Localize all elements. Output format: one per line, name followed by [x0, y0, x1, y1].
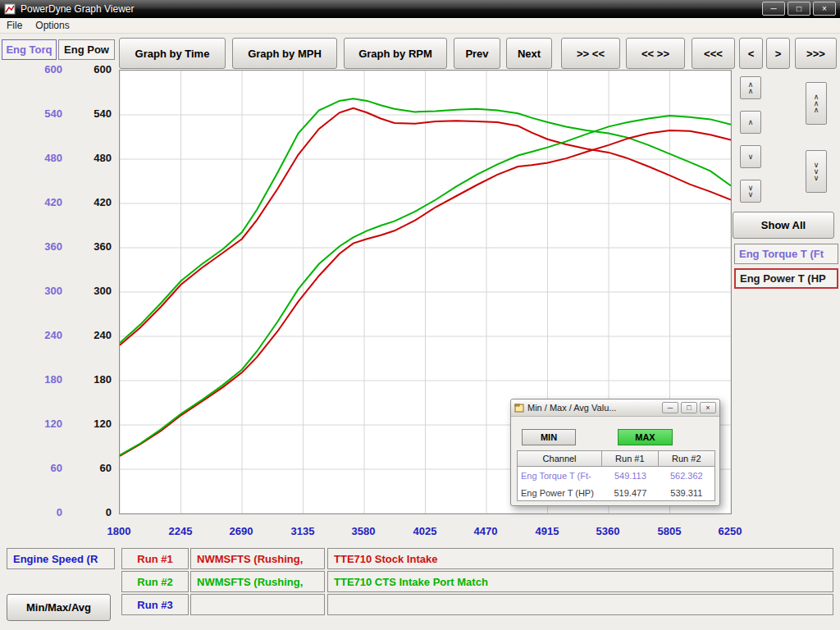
- zoom-in-x-button[interactable]: >> <<: [561, 38, 620, 69]
- rpm-axis-tick: 4915: [523, 525, 572, 538]
- run2-file-field[interactable]: NWMSFTS (Rushing,: [190, 571, 325, 592]
- menu-options[interactable]: Options: [29, 18, 75, 33]
- rpm-axis-tick: 3580: [339, 525, 388, 538]
- rpm-axis-tick: 6250: [705, 525, 755, 538]
- header-run1[interactable]: Run #1: [602, 451, 658, 467]
- scroll-right-fast-button[interactable]: >>>: [795, 38, 837, 69]
- rpm-axis-tick: 5805: [645, 525, 694, 538]
- minmax-restore-icon[interactable]: □: [681, 402, 697, 413]
- minmaxavg-button[interactable]: Min/Max/Avg: [7, 594, 111, 621]
- minmax-minimize-icon[interactable]: ─: [662, 402, 678, 413]
- torque-max-run2: 562.362: [659, 471, 714, 481]
- scale-down-icon[interactable]: ∨: [740, 145, 761, 168]
- close-icon[interactable]: ×: [813, 2, 836, 16]
- min-button[interactable]: MIN: [522, 429, 576, 445]
- show-all-button[interactable]: Show All: [733, 212, 834, 239]
- torque-channel-label[interactable]: Eng Torque T (Ft: [734, 244, 838, 264]
- power-max-run1: 519.477: [602, 488, 658, 498]
- run3-label[interactable]: Run #3: [121, 594, 189, 615]
- menu-bar: File Options: [0, 18, 840, 34]
- minmax-table-header: Channel Run #1 Run #2: [518, 451, 714, 467]
- power-row-channel: Eng Power T (HP): [518, 488, 602, 498]
- scale-down-fast-icon[interactable]: ∨ ∨: [740, 180, 761, 203]
- run1-file-field[interactable]: NWMSFTS (Rushing,: [190, 548, 325, 569]
- scale-up-fast-icon[interactable]: ∧ ∧: [740, 76, 761, 99]
- power-axis-tick: 420: [54, 196, 112, 209]
- power-channel-label[interactable]: Eng Power T (HP: [734, 268, 838, 289]
- app-icon: [4, 3, 16, 15]
- app-window: { "window": { "title": "PowerDyne Graph …: [0, 0, 840, 630]
- power-axis-tick: 60: [54, 462, 112, 475]
- minmax-table: Channel Run #1 Run #2 Eng Torque T (Ft- …: [517, 450, 715, 501]
- max-button[interactable]: MAX: [618, 429, 673, 445]
- rpm-axis-tick: 4470: [461, 525, 510, 538]
- table-row: Eng Power T (HP) 519.477 539.311: [518, 484, 714, 501]
- run2-label[interactable]: Run #2: [121, 571, 189, 592]
- window-title: PowerDyne Graph Viewer: [21, 3, 135, 15]
- pan-down-icon[interactable]: ∨ ∨ ∨: [806, 150, 827, 193]
- header-channel[interactable]: Channel: [518, 451, 602, 467]
- scroll-left-fast-button[interactable]: <<<: [692, 38, 735, 69]
- run3-file-field[interactable]: [190, 594, 325, 615]
- rpm-axis-tick: 1800: [94, 525, 144, 538]
- torque-axis-tab[interactable]: Eng Torq: [2, 39, 57, 60]
- pan-up-icon[interactable]: ∧ ∧ ∧: [806, 82, 827, 125]
- power-axis-tick: 120: [54, 418, 112, 431]
- rpm-axis-tick: 5360: [583, 525, 632, 538]
- run3-description-field[interactable]: [327, 594, 833, 615]
- power-axis-tick: 360: [54, 240, 112, 253]
- table-row: Eng Torque T (Ft- 549.113 562.362: [518, 467, 714, 484]
- power-axis-tick: 540: [54, 107, 112, 121]
- power-max-run2: 539.311: [659, 488, 714, 498]
- maximize-icon[interactable]: □: [788, 2, 810, 16]
- power-axis-tick: 600: [54, 63, 112, 76]
- power-axis-tick: 300: [54, 285, 112, 298]
- torque-row-channel: Eng Torque T (Ft-: [518, 471, 602, 481]
- title-bar[interactable]: PowerDyne Graph Viewer ─ □ ×: [0, 0, 840, 18]
- minmax-window-title: Min / Max / Avg Valu...: [527, 403, 660, 413]
- scale-up-icon[interactable]: ∧: [740, 111, 761, 134]
- power-axis-tick: 480: [54, 152, 112, 165]
- run1-label[interactable]: Run #1: [121, 548, 189, 569]
- graph-by-time-button[interactable]: Graph by Time: [119, 38, 226, 69]
- zoom-out-x-button[interactable]: << >>: [626, 38, 685, 69]
- minmax-close-icon[interactable]: ×: [700, 402, 716, 413]
- run1-description-field[interactable]: TTE710 Stock Intake: [327, 548, 833, 569]
- power-axis-tick: 240: [54, 329, 112, 342]
- minmax-window-icon: [514, 403, 524, 413]
- rpm-axis-tick: 2690: [217, 525, 266, 538]
- minmax-window[interactable]: Min / Max / Avg Valu... ─ □ × MIN MAX Ch…: [510, 399, 720, 506]
- minimize-icon[interactable]: ─: [762, 2, 785, 16]
- x-channel-field[interactable]: Engine Speed (R: [7, 548, 115, 569]
- graph-by-rpm-button[interactable]: Graph by RPM: [344, 38, 447, 69]
- graph-by-mph-button[interactable]: Graph by MPH: [232, 38, 337, 69]
- torque-max-run1: 549.113: [602, 471, 658, 481]
- menu-file[interactable]: File: [0, 18, 29, 33]
- power-axis-tick: 0: [54, 506, 112, 519]
- run2-description-field[interactable]: TTE710 CTS Intake Port Match: [327, 571, 833, 592]
- power-axis-tab[interactable]: Eng Pow: [58, 39, 115, 60]
- rpm-axis-tick: 2245: [156, 525, 205, 538]
- header-run2[interactable]: Run #2: [659, 451, 714, 467]
- scroll-right-button[interactable]: >: [766, 38, 790, 69]
- prev-button[interactable]: Prev: [454, 38, 500, 69]
- rpm-axis-tick: 3135: [278, 525, 327, 538]
- next-button[interactable]: Next: [506, 38, 552, 69]
- power-axis-tick: 180: [54, 373, 112, 386]
- minmax-title-bar[interactable]: Min / Max / Avg Valu... ─ □ ×: [511, 399, 719, 417]
- scroll-left-button[interactable]: <: [739, 38, 763, 69]
- rpm-axis-tick: 4025: [400, 525, 450, 538]
